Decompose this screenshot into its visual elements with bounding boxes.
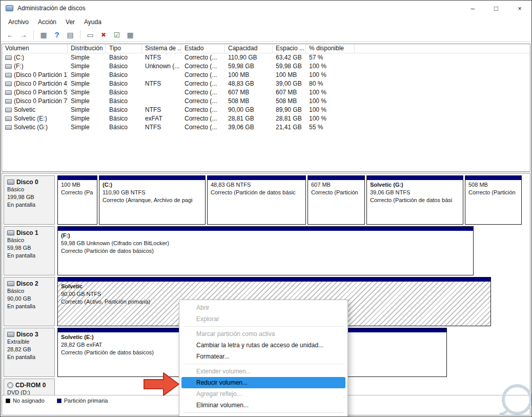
menu-archivo[interactable]: Archivo bbox=[4, 17, 33, 27]
volume-icon bbox=[5, 116, 12, 121]
cell-text: 110,90 GB bbox=[228, 53, 257, 62]
volume-icon bbox=[5, 82, 12, 86]
partition[interactable]: 100 MBCorrecto (Pa bbox=[57, 175, 97, 225]
partition-line: Correcto (Partición de datos básicos) bbox=[61, 247, 470, 255]
table-cell: 508 MB bbox=[273, 97, 306, 106]
table-row[interactable]: (Disco 0 Partición 4)SimpleBásicoNTFSCor… bbox=[2, 80, 530, 88]
cell-text: 100 % bbox=[309, 71, 326, 80]
cell-text: Correcto (... bbox=[185, 80, 217, 88]
cell-text: 80 % bbox=[309, 80, 323, 88]
partition-color-bar bbox=[58, 277, 490, 282]
column-header[interactable]: Capacidad bbox=[225, 44, 273, 53]
app-icon bbox=[6, 5, 13, 11]
disk-label[interactable]: Disco 3Extraíble28,82 GBEn pantalla bbox=[4, 328, 55, 377]
table-row[interactable]: Solvetic (G:)SimpleBásicoNTFSCorrecto (.… bbox=[2, 123, 530, 132]
cell-text: Solvetic bbox=[14, 106, 35, 114]
back-icon[interactable]: ← bbox=[5, 30, 16, 40]
cell-text: 28,81 GB bbox=[276, 114, 302, 123]
partition-line: Correcto (Arranque, Archivo de pagi bbox=[103, 196, 202, 204]
table-row[interactable]: Solvetic (E:)SimpleBásicoexFATCorrecto (… bbox=[2, 114, 530, 123]
cell-text: 100 % bbox=[309, 114, 326, 123]
cell-text: 607 MB bbox=[276, 88, 297, 97]
disk-info: En pantalla bbox=[7, 252, 51, 260]
table-cell: Correcto (... bbox=[181, 123, 225, 132]
help-panel-icon[interactable]: ▦ bbox=[125, 30, 136, 40]
context-menu-item: Agregar reflejo... bbox=[179, 388, 347, 400]
partition-line: 48,83 GB NTFS bbox=[211, 181, 302, 189]
column-header[interactable]: Espacio ... bbox=[273, 44, 306, 53]
table-cell: Correcto (... bbox=[181, 88, 225, 97]
panel-view-icon[interactable]: ▤ bbox=[65, 30, 76, 40]
disk-info: En pantalla bbox=[7, 201, 51, 209]
column-header[interactable]: Estado bbox=[181, 44, 225, 53]
console-tree-icon[interactable]: ▦ bbox=[38, 30, 49, 40]
disk-label[interactable]: Disco 1Básico59,98 GBEn pantalla bbox=[4, 226, 55, 275]
disk-label[interactable]: Disco 2Básico90,00 GBEn pantalla bbox=[4, 277, 55, 326]
close-button[interactable]: × bbox=[508, 1, 531, 16]
minimize-button[interactable]: – bbox=[461, 1, 484, 16]
table-row[interactable]: (Disco 0 Partición 5)SimpleBásicoCorrect… bbox=[2, 88, 530, 97]
context-menu-item[interactable]: Cambiar la letra y rutas de acceso de un… bbox=[179, 340, 347, 351]
menu-ver[interactable]: Ver bbox=[61, 17, 79, 27]
table-cell: 100 % bbox=[306, 106, 355, 114]
cell-text: 59,98 GB bbox=[228, 62, 254, 71]
context-menu-item[interactable]: Formatear... bbox=[179, 351, 347, 362]
table-cell: 28,81 GB bbox=[225, 114, 273, 123]
properties-icon[interactable]: ☑ bbox=[111, 30, 122, 40]
help-icon[interactable]: ? bbox=[51, 30, 63, 40]
menu-ayuda[interactable]: Ayuda bbox=[79, 17, 106, 27]
context-menu-item: Extender volumen... bbox=[179, 366, 347, 377]
cell-text: Simple bbox=[71, 62, 90, 71]
table-cell: 80 % bbox=[306, 80, 355, 88]
column-header[interactable]: % disponible bbox=[306, 44, 355, 53]
column-header[interactable]: Volumen bbox=[2, 44, 68, 53]
table-cell: Solvetic (G:) bbox=[2, 123, 68, 132]
table-row[interactable]: (F:)SimpleBásicoUnknown (...Correcto (..… bbox=[2, 62, 530, 71]
action-dialog-icon[interactable]: ▭ bbox=[85, 30, 96, 40]
disk-info: En pantalla bbox=[7, 303, 51, 310]
partition[interactable]: Solvetic (G:)39,06 GB NTFSCorrecto (Part… bbox=[366, 175, 463, 225]
cell-text: Correcto (... bbox=[185, 53, 217, 62]
table-cell: 89,90 GB bbox=[273, 106, 306, 114]
table-cell: Correcto (... bbox=[181, 80, 225, 88]
table-cell: (Disco 0 Partición 1) bbox=[2, 71, 68, 80]
column-header[interactable]: Sistema de ... bbox=[142, 44, 181, 53]
column-header[interactable]: Distribución bbox=[68, 44, 106, 53]
table-row[interactable]: (Disco 0 Partición 7)SimpleBásicoCorrect… bbox=[2, 97, 530, 106]
column-header[interactable]: Tipo bbox=[106, 44, 142, 53]
table-cell: NTFS bbox=[142, 53, 181, 62]
context-menu-item: Explorar bbox=[179, 313, 347, 325]
context-menu-item[interactable]: Eliminar volumen... bbox=[179, 400, 347, 411]
menu-acción[interactable]: Acción bbox=[33, 17, 61, 27]
cell-text: (Disco 0 Partición 7) bbox=[14, 97, 68, 106]
delete-volume-icon[interactable]: ✖ bbox=[98, 30, 109, 40]
cell-text: exFAT bbox=[145, 114, 162, 123]
disk-name-row: Disco 2 bbox=[7, 280, 51, 287]
disk-info: Extraíble bbox=[7, 338, 51, 346]
table-row[interactable]: (C:)SimpleBásicoNTFSCorrecto (...110,90 … bbox=[2, 53, 530, 62]
table-row[interactable]: (Disco 0 Partición 1)SimpleBásicoCorrect… bbox=[2, 71, 530, 80]
toolbar: ←→▦?▤▭✖☑▦ bbox=[1, 28, 531, 42]
table-cell bbox=[142, 71, 181, 80]
partition[interactable]: 508 MBCorrecto (Partición bbox=[465, 175, 522, 225]
partition[interactable]: 607 MBCorrecto (Partición bbox=[308, 175, 365, 225]
table-cell: 59,98 GB bbox=[225, 62, 273, 71]
table-cell: 90,00 GB bbox=[225, 106, 273, 114]
partition-info: (C:)110,90 GB NTFSCorrecto (Arranque, Ar… bbox=[99, 180, 205, 205]
context-menu-item[interactable]: Reducir volumen... bbox=[181, 377, 345, 388]
maximize-button[interactable]: □ bbox=[484, 1, 508, 16]
window-controls: – □ × bbox=[461, 1, 531, 16]
table-cell: Simple bbox=[68, 114, 106, 123]
partition[interactable]: (C:)110,90 GB NTFSCorrecto (Arranque, Ar… bbox=[99, 175, 206, 225]
disk-label[interactable]: Disco 0Básico199,98 GBEn pantalla bbox=[4, 175, 55, 225]
disk-icon bbox=[7, 332, 14, 337]
cell-text: Correcto (... bbox=[185, 62, 217, 71]
partition-line: Correcto (Partición bbox=[311, 189, 361, 196]
table-row[interactable]: SolveticSimpleBásicoNTFSCorrecto (...90,… bbox=[2, 106, 530, 114]
red-arrow-annotation bbox=[143, 371, 181, 397]
partition[interactable]: (F:)59,98 GB Unknown (Cifrado con BitLoc… bbox=[57, 226, 474, 275]
legend-item: No asignado bbox=[6, 398, 45, 404]
forward-icon[interactable]: → bbox=[18, 30, 29, 40]
partition[interactable]: 48,83 GB NTFSCorrecto (Partición de dato… bbox=[207, 175, 306, 225]
cell-text: Simple bbox=[71, 71, 90, 80]
